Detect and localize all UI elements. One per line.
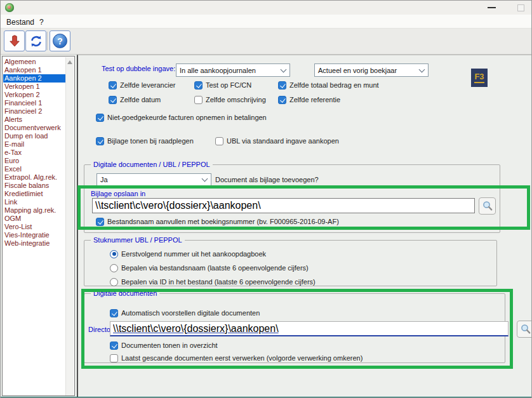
radio-label: Eerstvolgend nummer uit het aankoopdagbo…	[121, 250, 266, 258]
zelfde-datum-checkbox[interactable]	[109, 96, 117, 104]
sidebar-item-e-mail[interactable]: E-mail	[3, 140, 66, 149]
help-button[interactable]: ?	[50, 30, 70, 51]
checkbox-label: Automatisch voorstellen digitale documen…	[121, 309, 260, 317]
checkbox-row: Bijlage tonen bij raadplegen	[96, 136, 194, 145]
f3-label: F3	[474, 72, 484, 81]
radio-label: Bepalen via ID in het bestand (laatste 6…	[121, 278, 316, 286]
question-mark-icon: ?	[53, 34, 67, 48]
sidebar-item-aankopen-2[interactable]: Aankopen 2	[3, 74, 66, 83]
sidebar-item-extrapol-alg-rek-[interactable]: Extrapol. Alg.rek.	[3, 173, 66, 182]
attach-document-select[interactable]: Ja	[96, 173, 211, 186]
sidebar-item-kredietlimiet[interactable]: Kredietlimiet	[3, 190, 66, 198]
refresh-icon	[29, 34, 43, 48]
checkbox-row: Test op FC/CN	[194, 81, 251, 90]
sidebar-scrollbar[interactable]	[65, 57, 74, 395]
automatisch-voorstellen-checkbox[interactable]	[110, 309, 118, 317]
checkbox-label: Niet-goedgekeurde facturen opnemen in be…	[107, 114, 267, 121]
toolbar: ?	[1, 29, 531, 55]
zelfde-referentie-checkbox[interactable]	[278, 96, 286, 104]
sidebar-item-aankopen-1[interactable]: Aankopen 1	[3, 66, 66, 74]
sidebar-item-link[interactable]: Link	[3, 198, 66, 206]
exit-button[interactable]	[4, 30, 25, 51]
magnifier-icon	[519, 323, 532, 336]
chevron-down-icon	[202, 176, 208, 182]
settings-category-list: AlgemeenAankopen 1Aankopen 2Verkopen 1Ve…	[2, 56, 75, 396]
documenten-tonen-checkbox[interactable]	[110, 342, 118, 350]
niet-goedgekeurde-checkbox[interactable]	[96, 114, 104, 122]
maximize-icon	[517, 4, 524, 11]
app-window: Bestand ? ? AlgemeenAankopen 1Aankopen 2…	[0, 0, 532, 398]
zelfde-totaal-checkbox[interactable]	[278, 81, 286, 90]
minimize-icon	[488, 7, 496, 8]
bookyear-select-value: Actueel en vorig boekjaar	[318, 67, 397, 74]
sidebar-item-euro[interactable]: Euro	[3, 157, 66, 165]
scroll-up-icon	[67, 60, 72, 64]
checkbox-label: Zelfde leverancier	[120, 81, 175, 89]
bookyear-select[interactable]: Actueel en vorig boekjaar	[314, 63, 429, 77]
ubl-standaard-checkbox[interactable]	[215, 137, 223, 145]
bepalen-id-radio[interactable]	[110, 278, 118, 286]
menu-item-help[interactable]: ?	[36, 17, 47, 27]
checkbox-row: Zelfde omschrijving	[194, 95, 266, 104]
attach-question-label: Document als bijlage toevoegen?	[215, 176, 319, 183]
checkbox-label: Zelfde referentie	[289, 96, 340, 103]
f3-function-key-badge: F3	[471, 69, 488, 87]
radio-row: Eerstvolgend nummer uit het aankoopdagbo…	[110, 249, 266, 258]
f3-underline	[474, 82, 484, 83]
checkbox-label: Zelfde totaal bedrag en munt	[289, 81, 379, 89]
menu-item-bestand[interactable]: Bestand	[3, 17, 37, 27]
sidebar-item-financieel-1[interactable]: Financieel 1	[3, 99, 66, 107]
journal-select[interactable]: In alle aankoopjournalen	[176, 63, 290, 77]
sidebar-item-dump-en-load[interactable]: Dump en load	[3, 132, 66, 140]
dup-check-label: Test op dubbele ingave:	[102, 65, 175, 72]
bestandsnaam-checkbox[interactable]	[96, 218, 104, 226]
browse-save-path-button[interactable]	[479, 197, 496, 215]
laatst-gescande-checkbox[interactable]	[110, 354, 118, 362]
refresh-button[interactable]	[25, 30, 46, 51]
browse-directory-button[interactable]	[517, 321, 532, 338]
chevron-down-icon	[281, 66, 287, 72]
save-path-label: Bijlage opslaan in	[91, 190, 145, 197]
sidebar-item-fiscale-balans[interactable]: Fiscale balans	[3, 182, 66, 190]
sidebar-item-ogm[interactable]: OGM	[3, 215, 66, 223]
attach-select-value: Ja	[100, 176, 108, 183]
bijlage-tonen-checkbox[interactable]	[96, 137, 104, 145]
sidebar-item-e-tax[interactable]: e-Tax	[3, 149, 66, 157]
menu-bar: Bestand ?	[1, 15, 531, 29]
sidebar-item-algemeen[interactable]: Algemeen	[3, 58, 66, 66]
sidebar-list: AlgemeenAankopen 1Aankopen 2Verkopen 1Ve…	[3, 58, 66, 248]
group-title: Digitale documenten / UBL / PEPPOL	[91, 161, 213, 168]
sidebar-item-web-integratie[interactable]: Web-integratie	[3, 239, 66, 248]
checkbox-label: Bestandsnaam aanvullen met boekingsnumme…	[107, 218, 339, 225]
checkbox-label: UBL via standaard ingave aankopen	[227, 137, 339, 145]
checkbox-row: Zelfde datum	[109, 95, 161, 104]
eerstvolgend-nummer-radio[interactable]	[110, 250, 118, 258]
sidebar-item-verkopen-1[interactable]: Verkopen 1	[3, 83, 66, 91]
sidebar-item-verkopen-2[interactable]: Verkopen 2	[3, 91, 66, 99]
sidebar-item-mapping-alg-rek-[interactable]: Mapping alg.rek.	[3, 206, 66, 215]
zelfde-omschrijving-checkbox[interactable]	[194, 96, 203, 104]
save-path-input[interactable]	[92, 198, 475, 213]
sidebar-item-documentverwerk[interactable]: Documentverwerk	[3, 124, 66, 132]
minimize-button[interactable]	[482, 1, 501, 15]
bepalen-bestandsnaam-radio[interactable]	[110, 264, 118, 272]
checkbox-label: Bijlage tonen bij raadplegen	[107, 137, 194, 145]
maximize-button[interactable]	[511, 1, 530, 15]
checkbox-row: Zelfde referentie	[278, 95, 340, 104]
checkbox-row: Zelfde totaal bedrag en munt	[278, 81, 379, 90]
test-op-fc-cn-checkbox[interactable]	[194, 81, 203, 90]
radio-row: Bepalen via bestandsnaam (laatste 6 opee…	[110, 263, 309, 272]
sidebar-item-alerts[interactable]: Alerts	[3, 116, 66, 124]
checkbox-row: UBL via standaard ingave aankopen	[215, 136, 339, 145]
checkbox-row: Niet-goedgekeurde facturen opnemen in be…	[96, 113, 267, 122]
radio-row: Bepalen via ID in het bestand (laatste 6…	[110, 277, 316, 286]
directory-input[interactable]	[110, 321, 509, 336]
checkbox-row: Bestandsnaam aanvullen met boekingsnumme…	[96, 217, 339, 226]
sidebar-item-financieel-2[interactable]: Financieel 2	[3, 107, 66, 116]
sidebar-item-vies-integratie[interactable]: Vies-Integratie	[3, 231, 66, 239]
checkbox-row: Documenten tonen in overzicht	[110, 341, 218, 350]
zelfde-leverancier-checkbox[interactable]	[109, 81, 117, 90]
sidebar-item-vero-list[interactable]: Vero-List	[3, 223, 66, 231]
checkbox-label: Zelfde datum	[120, 96, 161, 103]
sidebar-item-excel[interactable]: Excel	[3, 165, 66, 173]
